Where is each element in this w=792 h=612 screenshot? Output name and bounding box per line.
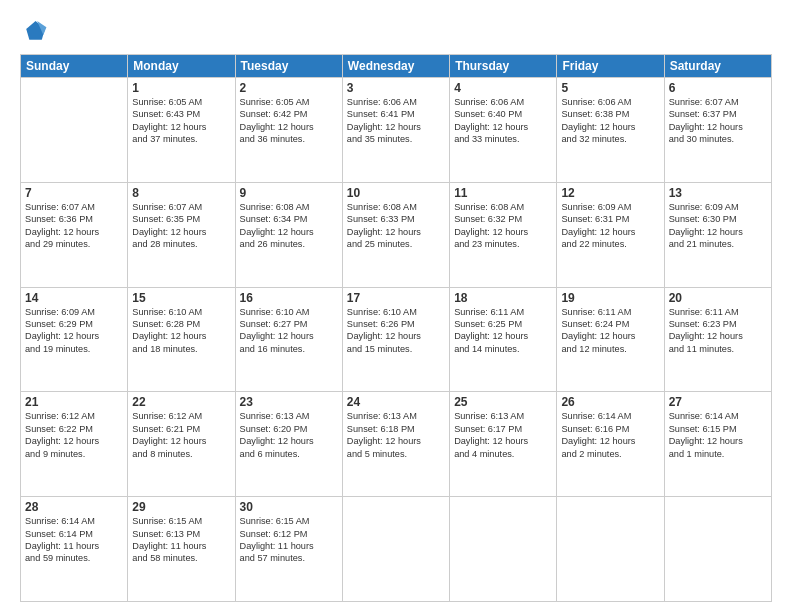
day-number: 2 <box>240 81 338 95</box>
calendar-cell: 3Sunrise: 6:06 AMSunset: 6:41 PMDaylight… <box>342 78 449 183</box>
day-number: 10 <box>347 186 445 200</box>
calendar-cell: 9Sunrise: 6:08 AMSunset: 6:34 PMDaylight… <box>235 182 342 287</box>
day-number: 17 <box>347 291 445 305</box>
day-number: 13 <box>669 186 767 200</box>
day-number: 19 <box>561 291 659 305</box>
page: SundayMondayTuesdayWednesdayThursdayFrid… <box>0 0 792 612</box>
calendar-cell: 28Sunrise: 6:14 AMSunset: 6:14 PMDayligh… <box>21 497 128 602</box>
calendar-cell: 17Sunrise: 6:10 AMSunset: 6:26 PMDayligh… <box>342 287 449 392</box>
day-number: 20 <box>669 291 767 305</box>
day-number: 3 <box>347 81 445 95</box>
weekday-header: Sunday <box>21 55 128 78</box>
day-info: Sunrise: 6:11 AMSunset: 6:25 PMDaylight:… <box>454 306 552 356</box>
weekday-header: Friday <box>557 55 664 78</box>
day-number: 9 <box>240 186 338 200</box>
logo-icon <box>20 18 48 46</box>
calendar-cell: 27Sunrise: 6:14 AMSunset: 6:15 PMDayligh… <box>664 392 771 497</box>
day-number: 30 <box>240 500 338 514</box>
day-number: 16 <box>240 291 338 305</box>
day-info: Sunrise: 6:11 AMSunset: 6:23 PMDaylight:… <box>669 306 767 356</box>
day-info: Sunrise: 6:10 AMSunset: 6:28 PMDaylight:… <box>132 306 230 356</box>
calendar-cell: 8Sunrise: 6:07 AMSunset: 6:35 PMDaylight… <box>128 182 235 287</box>
day-info: Sunrise: 6:13 AMSunset: 6:20 PMDaylight:… <box>240 410 338 460</box>
day-info: Sunrise: 6:06 AMSunset: 6:41 PMDaylight:… <box>347 96 445 146</box>
day-info: Sunrise: 6:06 AMSunset: 6:38 PMDaylight:… <box>561 96 659 146</box>
day-info: Sunrise: 6:07 AMSunset: 6:36 PMDaylight:… <box>25 201 123 251</box>
header <box>20 18 772 46</box>
day-number: 29 <box>132 500 230 514</box>
calendar-cell: 14Sunrise: 6:09 AMSunset: 6:29 PMDayligh… <box>21 287 128 392</box>
weekday-header: Tuesday <box>235 55 342 78</box>
calendar-cell: 2Sunrise: 6:05 AMSunset: 6:42 PMDaylight… <box>235 78 342 183</box>
weekday-header: Thursday <box>450 55 557 78</box>
weekday-header: Wednesday <box>342 55 449 78</box>
day-number: 7 <box>25 186 123 200</box>
calendar-cell: 7Sunrise: 6:07 AMSunset: 6:36 PMDaylight… <box>21 182 128 287</box>
calendar-week-row: 21Sunrise: 6:12 AMSunset: 6:22 PMDayligh… <box>21 392 772 497</box>
day-number: 18 <box>454 291 552 305</box>
calendar-header-row: SundayMondayTuesdayWednesdayThursdayFrid… <box>21 55 772 78</box>
calendar-cell: 18Sunrise: 6:11 AMSunset: 6:25 PMDayligh… <box>450 287 557 392</box>
day-number: 1 <box>132 81 230 95</box>
day-number: 21 <box>25 395 123 409</box>
calendar-cell: 12Sunrise: 6:09 AMSunset: 6:31 PMDayligh… <box>557 182 664 287</box>
calendar-week-row: 7Sunrise: 6:07 AMSunset: 6:36 PMDaylight… <box>21 182 772 287</box>
calendar-cell: 6Sunrise: 6:07 AMSunset: 6:37 PMDaylight… <box>664 78 771 183</box>
calendar-cell: 5Sunrise: 6:06 AMSunset: 6:38 PMDaylight… <box>557 78 664 183</box>
day-info: Sunrise: 6:14 AMSunset: 6:16 PMDaylight:… <box>561 410 659 460</box>
logo <box>20 18 52 46</box>
calendar-cell: 21Sunrise: 6:12 AMSunset: 6:22 PMDayligh… <box>21 392 128 497</box>
calendar-week-row: 14Sunrise: 6:09 AMSunset: 6:29 PMDayligh… <box>21 287 772 392</box>
day-info: Sunrise: 6:11 AMSunset: 6:24 PMDaylight:… <box>561 306 659 356</box>
day-number: 6 <box>669 81 767 95</box>
day-info: Sunrise: 6:05 AMSunset: 6:42 PMDaylight:… <box>240 96 338 146</box>
day-info: Sunrise: 6:13 AMSunset: 6:17 PMDaylight:… <box>454 410 552 460</box>
day-info: Sunrise: 6:13 AMSunset: 6:18 PMDaylight:… <box>347 410 445 460</box>
calendar-cell: 10Sunrise: 6:08 AMSunset: 6:33 PMDayligh… <box>342 182 449 287</box>
day-info: Sunrise: 6:06 AMSunset: 6:40 PMDaylight:… <box>454 96 552 146</box>
day-number: 27 <box>669 395 767 409</box>
day-number: 26 <box>561 395 659 409</box>
calendar-cell: 29Sunrise: 6:15 AMSunset: 6:13 PMDayligh… <box>128 497 235 602</box>
calendar-cell: 1Sunrise: 6:05 AMSunset: 6:43 PMDaylight… <box>128 78 235 183</box>
day-number: 5 <box>561 81 659 95</box>
calendar-cell: 19Sunrise: 6:11 AMSunset: 6:24 PMDayligh… <box>557 287 664 392</box>
calendar-cell: 15Sunrise: 6:10 AMSunset: 6:28 PMDayligh… <box>128 287 235 392</box>
weekday-header: Monday <box>128 55 235 78</box>
weekday-header: Saturday <box>664 55 771 78</box>
calendar-cell <box>664 497 771 602</box>
day-number: 8 <box>132 186 230 200</box>
calendar-cell: 20Sunrise: 6:11 AMSunset: 6:23 PMDayligh… <box>664 287 771 392</box>
calendar-cell <box>342 497 449 602</box>
calendar-cell: 4Sunrise: 6:06 AMSunset: 6:40 PMDaylight… <box>450 78 557 183</box>
calendar-cell: 11Sunrise: 6:08 AMSunset: 6:32 PMDayligh… <box>450 182 557 287</box>
day-info: Sunrise: 6:12 AMSunset: 6:21 PMDaylight:… <box>132 410 230 460</box>
calendar-week-row: 28Sunrise: 6:14 AMSunset: 6:14 PMDayligh… <box>21 497 772 602</box>
day-info: Sunrise: 6:07 AMSunset: 6:37 PMDaylight:… <box>669 96 767 146</box>
day-number: 28 <box>25 500 123 514</box>
calendar-cell <box>450 497 557 602</box>
day-info: Sunrise: 6:10 AMSunset: 6:27 PMDaylight:… <box>240 306 338 356</box>
day-info: Sunrise: 6:09 AMSunset: 6:30 PMDaylight:… <box>669 201 767 251</box>
day-info: Sunrise: 6:07 AMSunset: 6:35 PMDaylight:… <box>132 201 230 251</box>
day-info: Sunrise: 6:10 AMSunset: 6:26 PMDaylight:… <box>347 306 445 356</box>
day-info: Sunrise: 6:09 AMSunset: 6:31 PMDaylight:… <box>561 201 659 251</box>
day-info: Sunrise: 6:14 AMSunset: 6:15 PMDaylight:… <box>669 410 767 460</box>
calendar-cell: 13Sunrise: 6:09 AMSunset: 6:30 PMDayligh… <box>664 182 771 287</box>
calendar-cell: 25Sunrise: 6:13 AMSunset: 6:17 PMDayligh… <box>450 392 557 497</box>
day-number: 11 <box>454 186 552 200</box>
day-info: Sunrise: 6:08 AMSunset: 6:34 PMDaylight:… <box>240 201 338 251</box>
day-number: 23 <box>240 395 338 409</box>
calendar-cell: 30Sunrise: 6:15 AMSunset: 6:12 PMDayligh… <box>235 497 342 602</box>
day-info: Sunrise: 6:15 AMSunset: 6:13 PMDaylight:… <box>132 515 230 565</box>
calendar-cell: 22Sunrise: 6:12 AMSunset: 6:21 PMDayligh… <box>128 392 235 497</box>
day-info: Sunrise: 6:14 AMSunset: 6:14 PMDaylight:… <box>25 515 123 565</box>
day-number: 25 <box>454 395 552 409</box>
day-info: Sunrise: 6:15 AMSunset: 6:12 PMDaylight:… <box>240 515 338 565</box>
day-number: 24 <box>347 395 445 409</box>
day-number: 15 <box>132 291 230 305</box>
day-number: 22 <box>132 395 230 409</box>
day-info: Sunrise: 6:08 AMSunset: 6:33 PMDaylight:… <box>347 201 445 251</box>
calendar-cell <box>557 497 664 602</box>
calendar-table: SundayMondayTuesdayWednesdayThursdayFrid… <box>20 54 772 602</box>
